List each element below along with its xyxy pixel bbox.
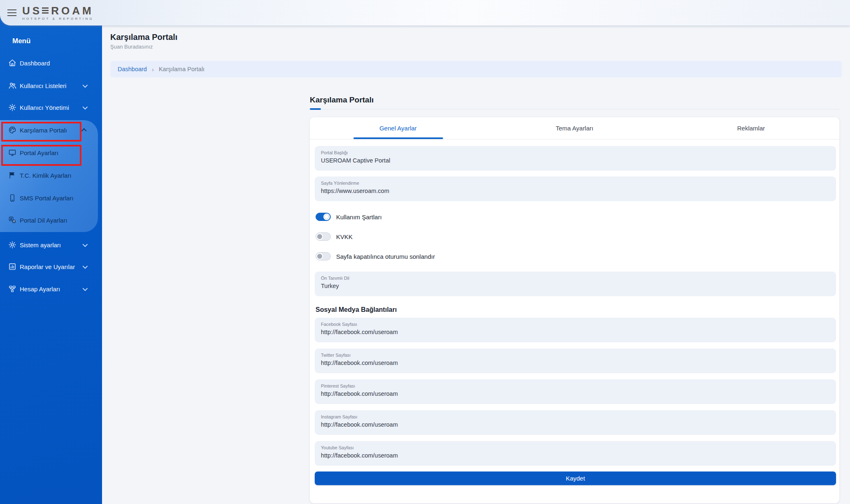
sidebar-item-dashboard[interactable]: Dashboard: [0, 54, 98, 72]
sidebar-menu-label: Menü: [12, 37, 30, 45]
flag-icon: [8, 171, 16, 179]
tab-label: Reklamlar: [737, 125, 765, 132]
field-value: https://www.useroam.com: [321, 188, 830, 194]
home-icon: [8, 59, 16, 67]
breadcrumb: Dashboard › Karşılama Portalı: [110, 61, 842, 77]
active-tab-underline: [353, 137, 443, 139]
users-icon: [8, 81, 16, 90]
instagram-page-field[interactable]: Instagram Sayfası http://facebook.com/us…: [315, 410, 836, 435]
sidebar: Menü Dashboard Kullanıcı Listeleri Kulla…: [0, 16, 102, 504]
tab-label: Genel Ayarlar: [379, 125, 417, 132]
breadcrumb-dashboard-link[interactable]: Dashboard: [118, 66, 147, 72]
page-head: Karşılama Portalı Şuan Buradasınız: [102, 26, 850, 50]
youtube-page-field[interactable]: Youtube Sayfası http://facebook.com/user…: [315, 441, 836, 466]
chevron-down-icon: [83, 263, 88, 269]
main-content: Karşılama Portalı Şuan Buradasınız Dashb…: [102, 26, 850, 504]
kvkk-toggle[interactable]: [316, 232, 331, 241]
page-title: Karşılama Portalı: [110, 33, 842, 42]
tab-bar: Genel Ayarlar Tema Ayarları Reklamlar: [310, 117, 839, 139]
tab-tema-ayarlari[interactable]: Tema Ayarları: [486, 117, 663, 139]
field-value: USEROAM Captive Portal: [321, 157, 830, 164]
chevron-down-icon: [83, 104, 88, 109]
chevron-down-icon: [83, 242, 88, 247]
sidebar-item-kullanici-yonetimi[interactable]: Kullanıcı Yönetimi: [0, 98, 98, 116]
tab-reklamlar[interactable]: Reklamlar: [663, 117, 839, 139]
field-label: Portal Başlığı: [321, 150, 830, 155]
save-button[interactable]: Kaydet: [315, 471, 836, 485]
topbar: US ROAM HOTSPOT & REPORTING: [0, 0, 850, 26]
sidebar-item-label: Hesap Ayarları: [20, 286, 60, 293]
sidebar-item-label: T.C. Kimlik Ayarları: [20, 172, 72, 179]
tab-panel-genel-ayarlar: Portal Başlığı USEROAM Captive Portal Sa…: [310, 139, 839, 503]
field-label: Twitter Sayfası: [321, 353, 830, 358]
sidebar-item-sms-portal-ayarlari[interactable]: SMS Portal Ayarları: [0, 189, 98, 207]
sidebar-item-label: Raporlar ve Uyarılar: [20, 263, 75, 270]
sidebar-item-label: Portal Dil Ayarları: [20, 217, 67, 224]
social-media-heading: Sosyal Medya Bağlantıları: [316, 306, 836, 314]
field-label: Ön Tanımlı Dil: [321, 276, 830, 281]
phone-icon: [8, 194, 16, 202]
breadcrumb-current: Karşılama Portalı: [159, 66, 204, 72]
toggle-knob: [316, 253, 323, 260]
annotation-box-karsilama-portali: [1, 122, 81, 142]
logo-e-bars-icon: [42, 7, 49, 14]
sidebar-item-tc-kimlik-ayarlari[interactable]: T.C. Kimlik Ayarları: [0, 166, 98, 184]
app-logo: US ROAM HOTSPOT & REPORTING: [22, 5, 94, 21]
end-session-on-close-toggle[interactable]: [316, 252, 331, 260]
field-value: http://facebook.com/useroam: [321, 452, 830, 459]
gear-icon: [8, 241, 16, 249]
chevron-down-icon: [83, 82, 88, 88]
logo-subtitle: HOTSPOT & REPORTING: [22, 17, 94, 21]
sidebar-item-label: SMS Portal Ayarları: [20, 195, 74, 202]
field-value: http://facebook.com/useroam: [321, 360, 830, 366]
toggle-knob: [323, 214, 330, 220]
sidebar-item-portal-dil-ayarlari[interactable]: Portal Dil Ayarları: [0, 211, 98, 229]
field-label: Sayfa Yönlendirme: [321, 181, 830, 186]
page: Menü Dashboard Kullanıcı Listeleri Kulla…: [0, 0, 850, 504]
sidebar-item-label: Kullanıcı Listeleri: [20, 82, 66, 89]
sidebar-item-sistem-ayarlari[interactable]: Sistem ayarları: [0, 236, 98, 254]
logo-text-left: US: [22, 5, 42, 16]
default-language-field[interactable]: Ön Tanımlı Dil Turkey: [315, 272, 836, 296]
network-icon: [8, 285, 16, 293]
annotation-box-portal-ayarlari: [1, 145, 81, 166]
page-redirect-field[interactable]: Sayfa Yönlendirme https://www.useroam.co…: [315, 177, 836, 201]
kullanim-sartlari-toggle[interactable]: [316, 213, 331, 221]
gear-icon: [8, 103, 16, 111]
toggle-label: Sayfa kapatılınca oturumu sonlandır: [336, 253, 435, 260]
kullanim-sartlari-row: Kullanım Şartları: [315, 207, 836, 227]
page-subtitle: Şuan Buradasınız: [110, 44, 842, 50]
section-title: Karşılama Portalı: [310, 95, 839, 105]
field-label: Instagram Sayfası: [321, 414, 830, 419]
chevron-down-icon: [83, 286, 88, 291]
field-label: Youtube Sayfası: [321, 445, 830, 450]
content-column: Karşılama Portalı Genel Ayarlar Tema Aya…: [310, 95, 839, 503]
breadcrumb-separator-icon: ›: [152, 66, 154, 73]
hamburger-menu-icon[interactable]: [7, 9, 16, 16]
chart-icon: [8, 262, 16, 271]
end-session-on-close-row: Sayfa kapatılınca oturumu sonlandır: [315, 246, 836, 266]
field-value: http://facebook.com/useroam: [321, 421, 830, 428]
field-label: Pinterest Sayfası: [321, 383, 830, 388]
portal-title-field[interactable]: Portal Başlığı USEROAM Captive Portal: [315, 146, 836, 171]
toggle-label: KVKK: [336, 233, 353, 240]
twitter-page-field[interactable]: Twitter Sayfası http://facebook.com/user…: [315, 348, 836, 373]
translate-icon: [8, 216, 16, 224]
tab-genel-ayarlar[interactable]: Genel Ayarlar: [310, 117, 486, 139]
sidebar-item-hesap-ayarlari[interactable]: Hesap Ayarları: [0, 280, 98, 298]
sidebar-item-label: Sistem ayarları: [20, 242, 61, 249]
field-label: Facebook Sayfası: [321, 322, 830, 327]
settings-card: Genel Ayarlar Tema Ayarları Reklamlar P: [310, 117, 839, 503]
logo-text-right: ROAM: [51, 5, 93, 16]
field-value: http://facebook.com/useroam: [321, 329, 830, 335]
sidebar-item-kullanici-listeleri[interactable]: Kullanıcı Listeleri: [0, 77, 98, 95]
sidebar-item-raporlar-ve-uyarilar[interactable]: Raporlar ve Uyarılar: [0, 258, 98, 276]
toggle-knob: [316, 233, 323, 240]
facebook-page-field[interactable]: Facebook Sayfası http://facebook.com/use…: [315, 318, 836, 342]
tab-label: Tema Ayarları: [556, 125, 593, 132]
section-divider: [310, 108, 839, 110]
kvkk-row: KVKK: [315, 227, 836, 246]
toggle-label: Kullanım Şartları: [336, 214, 382, 221]
pinterest-page-field[interactable]: Pinterest Sayfası http://facebook.com/us…: [315, 379, 836, 404]
sidebar-item-label: Dashboard: [20, 60, 50, 67]
